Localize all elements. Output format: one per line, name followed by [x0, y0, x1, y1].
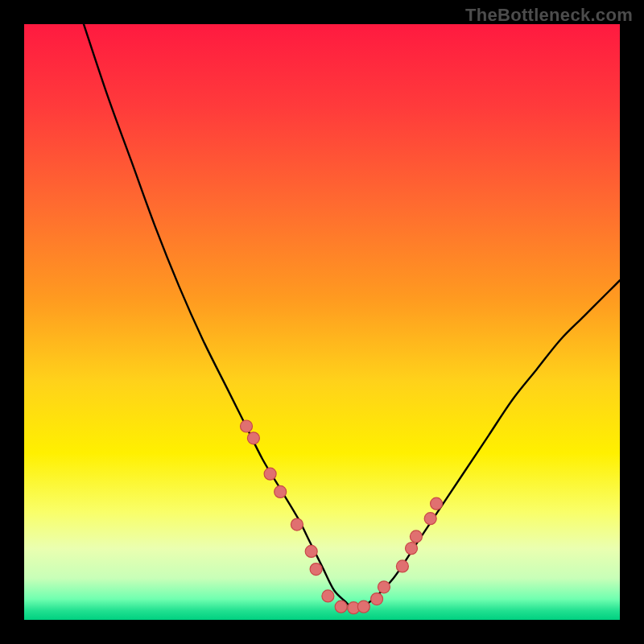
plot-area [24, 24, 620, 620]
data-marker [264, 468, 276, 480]
data-marker [396, 560, 408, 572]
data-marker [371, 593, 383, 605]
watermark-text: TheBottleneck.com [465, 5, 633, 26]
data-marker [310, 564, 322, 576]
data-marker [322, 590, 334, 602]
data-marker [424, 513, 436, 525]
data-marker [291, 518, 303, 530]
chart-frame: TheBottleneck.com [0, 0, 644, 644]
data-marker [406, 543, 418, 555]
data-marker [410, 530, 422, 543]
data-marker [275, 485, 287, 497]
data-marker [357, 601, 369, 613]
data-marker [305, 545, 317, 557]
data-marker [431, 497, 443, 510]
data-marker [335, 601, 347, 613]
data-marker [241, 420, 253, 432]
data-marker [378, 581, 390, 593]
chart-svg [24, 24, 620, 620]
data-marker [247, 432, 259, 444]
